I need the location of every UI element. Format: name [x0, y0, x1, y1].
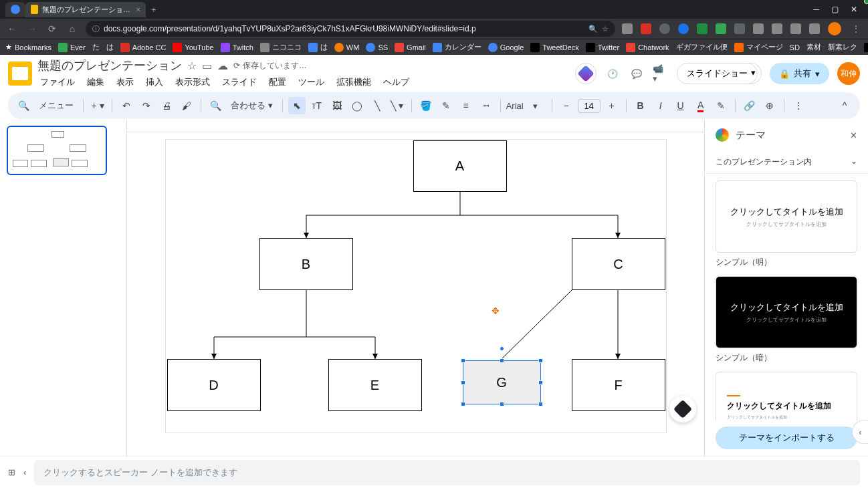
extension-icon[interactable]	[678, 23, 689, 34]
new-slide-button[interactable]: + ▾	[89, 97, 106, 114]
menu-button[interactable]: メニュー	[35, 100, 78, 112]
undo-button[interactable]: ↶	[118, 97, 135, 114]
bold-button[interactable]: B	[632, 97, 649, 114]
menu-slide[interactable]: スライド	[219, 75, 259, 90]
speaker-notes-input[interactable]: クリックするとスピーカー ノートを追加できます	[34, 460, 860, 485]
close-icon[interactable]: ×	[136, 5, 140, 13]
shape-c[interactable]: C	[572, 238, 665, 290]
extension-icon[interactable]	[809, 23, 820, 34]
share-button[interactable]: 🔒共有▾	[770, 63, 829, 84]
bookmark-item[interactable]: Google	[488, 43, 524, 52]
zoom-fit-button[interactable]: 合わせる ▾	[227, 100, 277, 112]
history-icon[interactable]: 🕐	[605, 66, 621, 82]
shape-a[interactable]: A	[413, 140, 507, 192]
shape-d[interactable]: D	[167, 359, 261, 411]
image-tool[interactable]: 🖼	[328, 97, 346, 114]
profile-avatar[interactable]	[828, 22, 841, 35]
extension-icon[interactable]	[697, 23, 708, 34]
highlight-button[interactable]: ✎	[712, 97, 730, 114]
user-avatar[interactable]: 和伸	[837, 62, 860, 85]
rotation-handle[interactable]	[500, 346, 504, 351]
border-color-button[interactable]: ✎	[437, 97, 455, 114]
bookmark-item[interactable]: は	[308, 42, 328, 52]
browser-menu-button[interactable]: ⋮	[849, 23, 863, 34]
cloud-icon[interactable]: ☁	[217, 59, 228, 72]
bookmark-item[interactable]: た	[92, 42, 100, 52]
import-theme-button[interactable]: テーマをインポートする	[716, 426, 857, 449]
menu-view[interactable]: 表示	[114, 75, 136, 90]
selection-handle[interactable]	[538, 402, 543, 406]
bookmark-item[interactable]: 新素レク	[828, 42, 857, 52]
new-tab-button[interactable]: +	[146, 5, 162, 15]
forward-button[interactable]: →	[25, 23, 39, 34]
extension-icon[interactable]	[772, 23, 782, 34]
canvas-scroll[interactable]: A B C D E F G	[127, 119, 704, 456]
close-icon[interactable]: ✕	[850, 130, 857, 140]
extension-icon[interactable]	[753, 23, 764, 34]
menu-extensions[interactable]: 拡張機能	[334, 75, 374, 90]
font-size-input[interactable]: 14	[578, 99, 601, 113]
site-info-icon[interactable]: ⓘ	[92, 24, 100, 34]
textbox-tool[interactable]: тT	[308, 97, 326, 114]
selection-handle[interactable]	[500, 402, 504, 406]
explore-fab[interactable]	[669, 396, 696, 422]
selection-handle[interactable]	[461, 380, 465, 385]
comment-button[interactable]: ⊕	[761, 97, 778, 114]
extension-icon[interactable]	[734, 23, 745, 34]
slide-canvas[interactable]: A B C D E F G	[165, 139, 667, 433]
shape-b[interactable]: B	[259, 238, 353, 290]
connector-tool[interactable]: ╲ ▾	[389, 97, 406, 114]
url-input[interactable]: ⓘ docs.google.com/presentation/d/1yahqTv…	[86, 21, 615, 37]
selection-handle[interactable]	[461, 358, 465, 363]
zoom-icon[interactable]: 🔍	[588, 25, 598, 33]
slideshow-dropdown[interactable]: ▾	[746, 63, 762, 84]
star-icon[interactable]: ☆	[187, 59, 197, 72]
close-window-button[interactable]: ✕	[851, 5, 857, 14]
move-icon[interactable]: ▭	[202, 59, 212, 72]
bookmark-item[interactable]: Adobe CC	[120, 43, 167, 52]
shape-f[interactable]: F	[572, 359, 665, 411]
menu-tools[interactable]: ツール	[296, 75, 327, 90]
italic-button[interactable]: I	[652, 97, 669, 114]
theme-list[interactable]: クリックしてタイトルを追加 クリックしてサブタイトルを追加 シンプル（明） クリ…	[705, 174, 868, 420]
font-select[interactable]: Arial▾	[506, 101, 546, 111]
border-dash-button[interactable]: ┉	[477, 97, 495, 114]
search-icon[interactable]: 🔍	[15, 97, 32, 114]
shape-tool[interactable]: ◯	[348, 97, 366, 114]
selection-handle[interactable]	[461, 402, 465, 406]
shape-g-selected[interactable]: G	[463, 360, 541, 404]
bookmark-item[interactable]: カレンダー	[433, 42, 481, 52]
maximize-button[interactable]: ▢	[831, 5, 839, 14]
selection-handle[interactable]	[538, 358, 543, 363]
extension-icon[interactable]	[790, 23, 801, 34]
meet-icon[interactable]: 📹 ▾	[653, 66, 669, 82]
home-button[interactable]: ⌂	[66, 23, 79, 34]
bookmark-item[interactable]: ニコニコ	[260, 42, 302, 52]
menu-format[interactable]: 表示形式	[173, 75, 213, 90]
collapse-toolbar-button[interactable]: ^	[836, 97, 853, 114]
increase-font-button[interactable]: +	[603, 97, 621, 114]
paint-format-button[interactable]: 🖌	[178, 97, 195, 114]
extension-icon[interactable]	[659, 23, 670, 34]
bookmark-item[interactable]: WM	[334, 43, 360, 52]
collapse-panel-icon[interactable]: ‹	[23, 467, 26, 477]
fill-color-button[interactable]: 🪣	[417, 97, 435, 114]
border-weight-button[interactable]: ≡	[457, 97, 475, 114]
menu-arrange[interactable]: 配置	[266, 75, 289, 90]
bookmark-item[interactable]: Twitch	[221, 43, 253, 52]
extension-icon[interactable]	[716, 23, 726, 34]
theme-card-streamline[interactable]: クリックしてタイトルを追加 クリックしてサブタイトルを追加	[716, 372, 857, 420]
star-icon[interactable]: ☆	[602, 25, 609, 33]
bookmark-item[interactable]: 素材	[806, 42, 821, 52]
bookmark-item[interactable]: Chatwork	[626, 43, 669, 52]
text-color-button[interactable]: A	[692, 97, 710, 114]
theme-card-simple-light[interactable]: クリックしてタイトルを追加 クリックしてサブタイトルを追加	[716, 180, 857, 253]
extension-icon[interactable]	[641, 23, 651, 34]
print-button[interactable]: 🖨	[158, 97, 175, 114]
reload-button[interactable]: ⟳	[45, 23, 59, 34]
bookmark-item[interactable]: マイページ	[734, 42, 783, 52]
bookmark-item[interactable]: は	[106, 42, 114, 52]
select-tool[interactable]: ⬉	[288, 97, 306, 114]
redo-button[interactable]: ↷	[138, 97, 155, 114]
document-title[interactable]: 無題のプレゼンテーション	[37, 57, 182, 74]
